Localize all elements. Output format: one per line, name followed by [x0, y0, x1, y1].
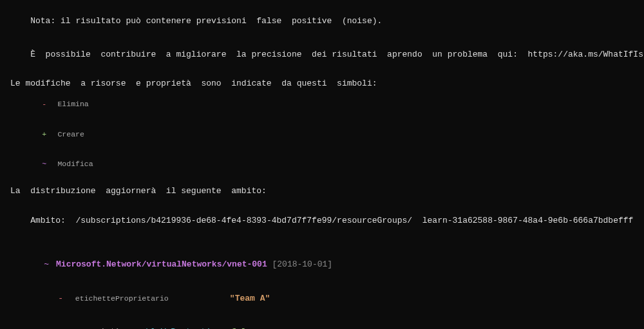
note-prefix: Nota:	[30, 16, 55, 26]
plus-icon: +	[40, 129, 49, 140]
enable-vm-row: + proprietà .enableVmProtection: false	[10, 315, 636, 329]
resource-type: Microsoft.Network/virtualNetworks/vnet-0…	[56, 259, 267, 269]
legend-delete-label: Elimina	[57, 100, 88, 108]
legend-create: + Creare	[10, 119, 636, 149]
enable-vm-label: proprietà .	[75, 326, 131, 329]
enable-vm-op-icon: +	[56, 326, 65, 329]
terminal-output: Nota: il risultato può contenere previsi…	[0, 0, 644, 329]
contribute-line: È possibile contribuire a migliorare la …	[10, 38, 636, 72]
scope-sub: /subscriptions/b4219936-de68-4fe4-8393-4…	[75, 216, 412, 225]
tag-row: - etichetteProprietario"Team A"	[10, 281, 636, 315]
scope-line: Ambito: /subscriptions/b4219936-de68-4fe…	[10, 203, 636, 238]
scope-rg: learn-31a62588-9867-48a4-9e6b-666a7bdbef…	[412, 216, 633, 225]
legend-modify-label: Modifica	[57, 160, 93, 168]
tag-op-icon: -	[56, 293, 65, 305]
resource-header: ~ Microsoft.Network/virtualNetworks/vnet…	[10, 248, 636, 282]
tilde-icon: ~	[40, 159, 49, 169]
scope-prefix: Ambito:	[30, 216, 75, 225]
legend-modify: ~ Modifica	[10, 149, 636, 180]
legend-delete: - Elimina	[10, 89, 636, 120]
legend-title: Le modifiche a risorse e proprietà sono …	[10, 78, 636, 89]
minus-icon: -	[40, 99, 49, 109]
legend-create-label: Creare	[57, 130, 84, 138]
resource-api-version: [2018-10-01]	[267, 259, 332, 269]
resource-op-icon: ~	[42, 259, 51, 270]
note-line: Nota: il risultato può contenere previsi…	[10, 4, 636, 38]
tag-value: "Team A"	[230, 294, 270, 303]
tag-label: etichetteProprietario	[75, 294, 230, 304]
scope-title: La distribuzione aggiornerà il seguente …	[10, 185, 636, 197]
contribute-text: È possibile contribuire a migliorare la …	[30, 50, 527, 59]
contribute-link[interactable]: https://aka.ms/WhatIfIssues	[528, 50, 644, 59]
note-text: il risultato può contenere previsioni fa…	[55, 16, 382, 26]
